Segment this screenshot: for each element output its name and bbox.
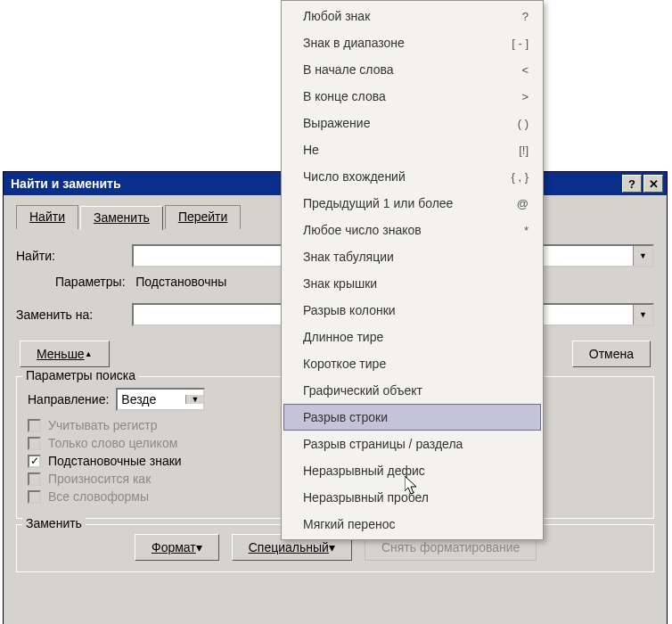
- menu-item-label: Знак в диапазоне: [303, 36, 486, 50]
- menu-item-label: Предыдущий 1 или более: [303, 196, 486, 210]
- menu-item[interactable]: Графический объект: [283, 377, 541, 404]
- menu-item[interactable]: Не[!]: [283, 136, 541, 163]
- tab-replace[interactable]: Заменить: [80, 206, 163, 230]
- help-button[interactable]: ?: [622, 175, 642, 193]
- menu-item[interactable]: Предыдущий 1 или более@: [283, 190, 541, 217]
- replace-label: Заменить на:: [16, 308, 132, 322]
- menu-item[interactable]: Знак крышки: [283, 270, 541, 297]
- menu-item-label: Графический объект: [303, 383, 529, 398]
- chevron-down-icon[interactable]: [633, 305, 652, 324]
- special-menu: Любой знак?Знак в диапазоне[ - ]В начале…: [281, 0, 544, 540]
- menu-item-label: Неразрывный дефис: [303, 464, 529, 478]
- menu-item[interactable]: В начале слова<: [283, 56, 541, 83]
- menu-item[interactable]: Разрыв строки: [283, 404, 541, 431]
- menu-item-label: Мягкий перенос: [303, 517, 529, 531]
- menu-item-label: Любое число знаков: [303, 223, 486, 237]
- menu-item-label: Знак табуляции: [303, 250, 529, 264]
- menu-item[interactable]: Выражение( ): [283, 110, 541, 136]
- menu-item[interactable]: Разрыв колонки: [283, 297, 541, 324]
- menu-item-symbol: ?: [493, 10, 529, 23]
- tab-goto[interactable]: Перейти: [165, 205, 241, 229]
- menu-item-label: Разрыв колонки: [303, 303, 529, 317]
- direction-label: Направление:: [28, 392, 109, 406]
- menu-item-label: Выражение: [303, 116, 486, 130]
- bottom-group-title: Заменить: [22, 516, 86, 530]
- menu-item-label: В конце слова: [303, 89, 486, 103]
- menu-item-symbol: *: [493, 224, 529, 237]
- menu-item[interactable]: Разрыв страницы / раздела: [283, 431, 541, 457]
- menu-item-symbol: @: [493, 197, 529, 210]
- menu-item-label: В начале слова: [303, 62, 486, 77]
- format-button[interactable]: Формат ▾: [135, 534, 219, 561]
- menu-item-label: Разрыв страницы / раздела: [303, 437, 529, 451]
- menu-item-symbol: [!]: [493, 144, 529, 157]
- chevron-down-icon[interactable]: [185, 395, 203, 404]
- menu-item-label: Короткое тире: [303, 357, 529, 371]
- menu-item[interactable]: Любой знак?: [283, 3, 541, 29]
- close-button[interactable]: ✕: [643, 175, 663, 193]
- menu-item[interactable]: В конце слова>: [283, 83, 541, 110]
- find-label: Найти:: [16, 249, 132, 263]
- menu-item-label: Неразрывный пробел: [303, 490, 529, 505]
- menu-item[interactable]: Длинное тире: [283, 324, 541, 350]
- menu-item-label: Длинное тире: [303, 330, 529, 344]
- chevron-down-icon[interactable]: [633, 246, 652, 266]
- checkmark-icon: ✓: [28, 455, 41, 468]
- menu-item[interactable]: Знак табуляции: [283, 243, 541, 270]
- menu-item-label: Разрыв строки: [303, 410, 529, 424]
- menu-item[interactable]: Неразрывный дефис: [283, 457, 541, 484]
- menu-item-label: Не: [303, 143, 486, 157]
- menu-item-symbol: [ - ]: [493, 37, 529, 50]
- menu-item-label: Число вхождений: [303, 169, 486, 184]
- menu-item-symbol: >: [493, 90, 529, 103]
- menu-item-symbol: ( ): [493, 117, 529, 130]
- direction-select[interactable]: Везде: [116, 388, 205, 411]
- cancel-button[interactable]: Отмена: [572, 341, 651, 367]
- tab-find[interactable]: Найти: [16, 205, 78, 229]
- menu-item[interactable]: Число вхождений{ , }: [283, 163, 541, 190]
- menu-item[interactable]: Мягкий перенос: [283, 511, 541, 538]
- menu-item[interactable]: Знак в диапазоне[ - ]: [283, 29, 541, 56]
- menu-item-label: Знак крышки: [303, 276, 529, 291]
- menu-item-symbol: { , }: [493, 170, 529, 184]
- menu-item[interactable]: Неразрывный пробел: [283, 484, 541, 511]
- group-title: Параметры поиска: [22, 368, 139, 382]
- menu-item[interactable]: Короткое тире: [283, 350, 541, 377]
- less-button[interactable]: Меньше: [20, 341, 110, 367]
- menu-item-label: Любой знак: [303, 9, 486, 23]
- menu-item-symbol: <: [493, 63, 529, 77]
- menu-item[interactable]: Любое число знаков*: [283, 217, 541, 243]
